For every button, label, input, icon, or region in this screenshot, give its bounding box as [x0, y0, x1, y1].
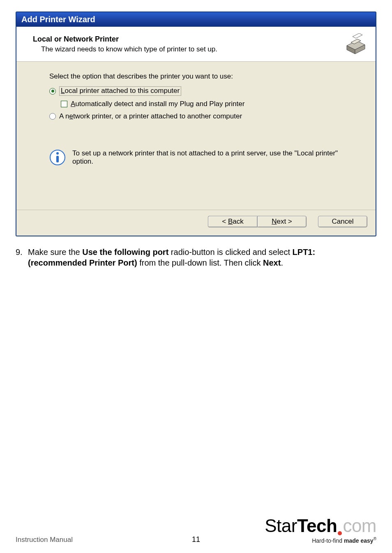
- wizard-subheading: The wizard needs to know which type of p…: [33, 45, 217, 53]
- back-button[interactable]: < Back: [208, 216, 257, 227]
- brand-com: com: [343, 517, 376, 535]
- radio-unselected-icon: [49, 113, 56, 120]
- wizard-body: Select the option that describes the pri…: [16, 62, 376, 210]
- page-number: 11: [192, 535, 200, 544]
- footer-left-label: Instruction Manual: [16, 536, 73, 544]
- wizard-titlebar: Add Printer Wizard: [16, 12, 376, 27]
- radio-network-label: A network printer, or a printer attached…: [59, 112, 242, 120]
- brand-star: Star: [265, 517, 297, 535]
- info-icon: [49, 149, 66, 166]
- cancel-button[interactable]: Cancel: [318, 216, 367, 227]
- printer-icon: [344, 33, 367, 55]
- step-number: 9.: [16, 247, 25, 268]
- radio-local-label: Local printer attached to this computer: [59, 86, 181, 96]
- radio-selected-icon: [49, 88, 56, 95]
- brand-tech: Tech: [297, 517, 337, 535]
- brand-logo: StarTechcom Hard-to-find made easy®: [265, 517, 376, 544]
- select-prompt: Select the option that describes the pri…: [49, 72, 359, 81]
- checkbox-unchecked-icon: [61, 101, 67, 107]
- checkbox-auto-label: Automatically detect and install my Plug…: [71, 100, 244, 108]
- next-button[interactable]: Next >: [257, 216, 307, 227]
- step-text: Make sure the Use the following port rad…: [28, 247, 376, 268]
- info-note: To set up a network printer that is not …: [49, 149, 359, 166]
- step-9-instruction: 9. Make sure the Use the following port …: [16, 247, 376, 268]
- wizard-header: Local or Network Printer The wizard need…: [16, 27, 376, 62]
- brand-tagline: Hard-to-find made easy®: [265, 537, 376, 544]
- wizard-heading: Local or Network Printer: [33, 35, 217, 44]
- page-footer: Instruction Manual 11 StarTechcom Hard-t…: [0, 517, 392, 544]
- wizard-footer: < Back Next > Cancel: [16, 210, 376, 236]
- radio-local-printer[interactable]: Local printer attached to this computer: [49, 86, 359, 96]
- svg-marker-4: [353, 33, 362, 38]
- wizard-dialog: Add Printer Wizard Local or Network Prin…: [16, 12, 376, 236]
- svg-rect-7: [56, 156, 59, 162]
- svg-point-6: [56, 152, 59, 155]
- radio-network-printer[interactable]: A network printer, or a printer attached…: [49, 112, 359, 120]
- info-text: To set up a network printer that is not …: [72, 149, 359, 166]
- checkbox-auto-detect[interactable]: Automatically detect and install my Plug…: [61, 100, 359, 108]
